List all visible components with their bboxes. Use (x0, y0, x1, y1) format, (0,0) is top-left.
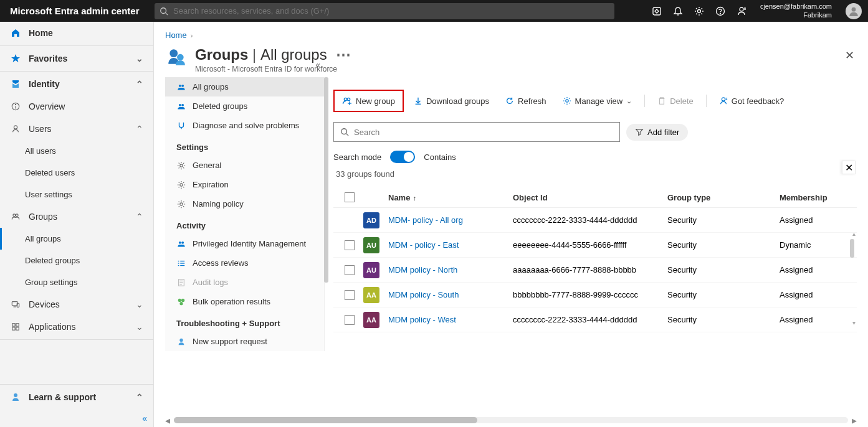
nav-deleted-users[interactable]: Deleted users (0, 162, 153, 184)
secnav-all-groups[interactable]: All groups (165, 77, 324, 96)
delete-button[interactable]: Delete (651, 93, 700, 110)
row-checkbox[interactable] (345, 290, 355, 300)
new-group-button[interactable]: New group (336, 92, 401, 110)
group-name-link[interactable]: MDM policy - North (388, 265, 457, 274)
collapse-nav-button[interactable]: « (142, 413, 147, 423)
global-search-input[interactable] (173, 6, 609, 16)
scroll-left-icon[interactable]: ◂ (165, 415, 174, 426)
divider (0, 384, 153, 385)
secnav-general[interactable]: General (165, 156, 324, 175)
nav-groups[interactable]: Groups ⌃ (0, 205, 153, 228)
row-checkbox[interactable] (345, 265, 355, 275)
group-type: Security (667, 290, 780, 299)
col-group-type[interactable]: Group type (667, 193, 780, 202)
nav-all-users[interactable]: All users (0, 140, 153, 162)
home-icon (10, 28, 21, 38)
dismiss-notification-button[interactable]: ✕ (842, 161, 856, 174)
secnav-naming[interactable]: Naming policy (165, 194, 324, 214)
nav-deleted-groups[interactable]: Deleted groups (0, 250, 153, 271)
table-row[interactable]: AUMDM policy - Northaaaaaaaa-6666-7777-8… (333, 258, 857, 283)
nav-devices[interactable]: Devices ⌄ (0, 293, 153, 316)
avatar[interactable] (846, 3, 862, 19)
divider (0, 45, 153, 46)
group-name-link[interactable]: MDM policy - West (388, 315, 456, 324)
download-groups-button[interactable]: Download groups (408, 93, 495, 110)
left-nav: Home Favorites ⌄ Identity ⌃ Overview Use… (0, 22, 154, 427)
table-row[interactable]: AAMDM policy - Southbbbbbbbb-7777-8888-9… (333, 283, 857, 307)
scroll-down-icon[interactable]: ▾ (852, 319, 856, 326)
manage-view-button[interactable]: Manage view ⌄ (556, 93, 639, 110)
secnav-diagnose[interactable]: Diagnose and solve problems (165, 116, 324, 135)
nav-favorites[interactable]: Favorites ⌄ (0, 47, 153, 70)
toolbar-separator (706, 95, 707, 107)
secnav-pim[interactable]: Privileged Identity Management (165, 234, 324, 253)
svg-point-16 (16, 214, 18, 217)
search-mode-row: Search mode Contains (333, 151, 857, 163)
collapse-secnav-button[interactable]: « (315, 60, 320, 70)
table-row[interactable]: AUMDM - policy - Easteeeeeeee-4444-5555-… (333, 233, 857, 258)
devices-icon (10, 300, 21, 309)
membership-type: Assigned (780, 215, 854, 225)
scroll-up-icon[interactable]: ▴ (852, 230, 856, 237)
select-all-checkbox[interactable] (345, 192, 355, 202)
group-avatar: AD (363, 212, 379, 228)
col-membership[interactable]: Membership (780, 193, 854, 202)
help-icon[interactable] (715, 6, 725, 16)
settings-icon[interactable] (694, 6, 704, 16)
search-icon (160, 7, 168, 16)
notifications-icon[interactable] (673, 6, 683, 16)
global-search[interactable] (155, 3, 614, 19)
vertical-scrollbar[interactable] (850, 239, 854, 258)
nav-user-settings[interactable]: User settings (0, 184, 153, 205)
table-row[interactable]: AAMDM policy - Westcccccccc-2222-3333-44… (333, 307, 857, 332)
table-row[interactable]: ADMDM- policy - All orgcccccccc-2222-333… (333, 208, 857, 233)
svg-point-36 (181, 241, 184, 243)
nav-identity[interactable]: Identity ⌃ (0, 73, 153, 95)
object-id: cccccccc-2222-3333-4444-dddddd (513, 215, 667, 225)
nav-applications[interactable]: Applications ⌄ (0, 316, 153, 338)
account-info[interactable]: cjensen@fabrikam.com Fabrikam (758, 2, 834, 19)
row-checkbox[interactable] (345, 315, 355, 325)
secnav-deleted-groups[interactable]: Deleted groups (165, 96, 324, 116)
close-blade-button[interactable]: ✕ (842, 46, 857, 65)
refresh-button[interactable]: Refresh (499, 93, 553, 110)
breadcrumb-home[interactable]: Home (165, 30, 187, 40)
secnav-expiration[interactable]: Expiration (165, 175, 324, 194)
nav-group-settings[interactable]: Group settings (0, 271, 153, 293)
group-name-link[interactable]: MDM - policy - East (388, 240, 459, 250)
top-header: Microsoft Entra admin center cjensen@fab… (0, 0, 868, 22)
trash-icon (657, 96, 666, 105)
group-type: Security (667, 265, 780, 274)
group-name-link[interactable]: MDM- policy - All org (388, 215, 463, 225)
group-avatar: AA (363, 312, 379, 328)
secnav-new-support[interactable]: New support request (165, 332, 324, 351)
secnav-bulk[interactable]: Bulk operation results (165, 292, 324, 311)
more-icon[interactable]: ⋯ (336, 46, 351, 63)
feedback-icon[interactable] (737, 6, 746, 16)
svg-point-7 (740, 7, 743, 11)
divider (0, 339, 153, 340)
horizontal-scrollbar[interactable]: ◂ ▸ (165, 417, 857, 423)
nav-learn-support[interactable]: Learn & support ⌃ (0, 386, 153, 408)
group-search[interactable] (333, 122, 620, 142)
scroll-right-icon[interactable]: ▸ (848, 415, 857, 426)
nav-all-groups[interactable]: All groups (0, 228, 153, 250)
secnav-access-reviews[interactable]: Access reviews (165, 253, 324, 273)
nav-home[interactable]: Home (0, 22, 153, 44)
feedback-button[interactable]: Got feedback? (713, 93, 791, 110)
add-filter-button[interactable]: Add filter (626, 124, 688, 141)
col-name[interactable]: Name↑ (388, 193, 513, 202)
col-object-id[interactable]: Object Id (513, 193, 667, 202)
svg-point-32 (180, 164, 183, 166)
page-subtitle: Microsoft - Microsoft Entra ID for workf… (195, 65, 351, 73)
row-checkbox[interactable] (345, 240, 355, 250)
svg-line-1 (166, 12, 168, 15)
copilot-icon[interactable] (652, 6, 662, 16)
group-avatar: AU (363, 262, 379, 278)
group-name-link[interactable]: MDM policy - South (388, 290, 459, 299)
secnav-audit-logs[interactable]: Audit logs (165, 273, 324, 292)
nav-users[interactable]: Users ⌃ (0, 118, 153, 140)
search-mode-toggle[interactable] (390, 151, 415, 163)
nav-overview[interactable]: Overview (0, 95, 153, 118)
group-search-input[interactable] (354, 128, 613, 137)
